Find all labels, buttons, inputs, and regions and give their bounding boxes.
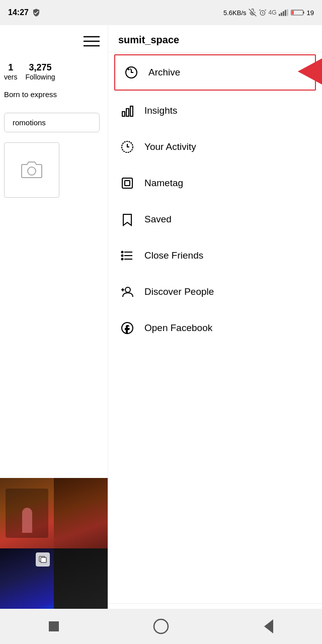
bookmark-icon (120, 212, 134, 226)
svg-rect-23 (122, 178, 132, 188)
hamburger-area (0, 25, 108, 57)
drawer-username: sumit_space (118, 34, 179, 45)
followers-label: vers (4, 73, 17, 81)
menu-item-open-facebook[interactable]: Open Facebook (108, 310, 322, 346)
photo-row-top (0, 478, 108, 548)
facebook-icon-container (118, 319, 136, 337)
menu-item-discover-people[interactable]: Discover People (108, 274, 322, 310)
add-person-icon (120, 285, 134, 299)
back-icon (263, 619, 273, 633)
svg-rect-5 (285, 10, 286, 16)
menu-item-saved[interactable]: Saved (108, 201, 322, 237)
menu-item-nametag[interactable]: Nametag (108, 165, 322, 201)
svg-rect-6 (287, 9, 288, 16)
photo-cell-2 (54, 478, 108, 548)
svg-point-13 (28, 167, 36, 175)
status-time: 14:27 (8, 8, 41, 17)
menu-label-saved: Saved (144, 214, 172, 225)
svg-point-31 (125, 287, 130, 292)
battery-icon (291, 9, 305, 17)
photo-grid (0, 478, 108, 619)
svg-rect-8 (303, 12, 304, 14)
photo-cell-4 (54, 548, 108, 619)
bottom-navigation (0, 609, 322, 644)
followers-count: 1 (8, 62, 13, 73)
nav-home-button[interactable] (146, 611, 176, 641)
followers-stat: 1 vers (4, 62, 17, 81)
svg-rect-15 (41, 557, 46, 562)
bio-text: Born to express (0, 86, 108, 103)
hamburger-icon[interactable] (84, 35, 100, 47)
menu-label-close-friends: Close Friends (144, 250, 203, 261)
bar-chart-icon (120, 104, 134, 118)
svg-rect-19 (122, 112, 125, 116)
nav-recents-button[interactable] (39, 611, 69, 641)
svg-marker-38 (264, 619, 273, 633)
svg-rect-9 (291, 11, 293, 15)
archive-icon (124, 65, 138, 79)
profile-panel: 1 vers 3,275 Following Born to express r… (0, 25, 108, 619)
nav-back-button[interactable] (253, 611, 283, 641)
shield-icon (32, 8, 41, 17)
discover-people-icon-container (118, 283, 136, 301)
menu-label-your-activity: Your Activity (144, 141, 196, 152)
battery-percent: 19 (307, 9, 314, 17)
archive-icon-container (122, 63, 140, 82)
facebook-icon (120, 321, 134, 335)
menu-label-insights: Insights (144, 105, 177, 116)
activity-clock-icon (120, 140, 134, 154)
svg-point-29 (122, 255, 123, 257)
profile-stats: 1 vers 3,275 Following (0, 57, 108, 86)
svg-rect-4 (283, 11, 284, 16)
nametag-icon (120, 176, 134, 190)
mute-icon (249, 9, 257, 17)
your-activity-icon-container (118, 138, 136, 156)
svg-rect-21 (130, 106, 133, 116)
svg-point-28 (122, 252, 123, 253)
main-layout: 1 vers 3,275 Following Born to express r… (0, 25, 322, 644)
svg-point-37 (154, 619, 168, 633)
svg-rect-36 (49, 621, 59, 631)
recents-icon (47, 619, 61, 633)
menu-list: Archive Insights (108, 52, 322, 603)
alarm-icon (259, 9, 267, 17)
time-display: 14:27 (8, 8, 29, 17)
menu-item-close-friends[interactable]: Close Friends (108, 237, 322, 274)
photo-cell-3 (0, 548, 54, 619)
nametag-icon-container (118, 174, 136, 192)
red-arrow (293, 58, 322, 87)
saved-icon-container (118, 210, 136, 228)
photo-cell-1 (0, 478, 54, 548)
following-stat: 3,275 Following (25, 62, 55, 81)
menu-label-archive: Archive (148, 67, 180, 78)
home-circle-icon (153, 618, 169, 634)
photo-row-bottom (0, 548, 108, 619)
following-count: 3,275 (29, 62, 52, 73)
right-drawer: sumit_space Archive (108, 25, 322, 644)
svg-rect-20 (126, 109, 129, 116)
menu-label-open-facebook: Open Facebook (144, 323, 212, 334)
drawer-header: sumit_space (108, 25, 322, 52)
menu-item-your-activity[interactable]: Your Activity (108, 129, 322, 165)
photo-placeholder (4, 142, 59, 198)
menu-item-archive[interactable]: Archive (114, 54, 316, 91)
svg-point-30 (122, 259, 123, 260)
svg-rect-24 (125, 181, 130, 186)
promotions-button[interactable]: romotions (4, 113, 100, 132)
copy-icon (39, 556, 47, 563)
network-speed: 5.6KB/s (223, 9, 247, 17)
svg-rect-2 (279, 14, 280, 16)
camera-icon (20, 159, 44, 181)
svg-rect-3 (281, 13, 282, 16)
menu-item-insights[interactable]: Insights (108, 93, 322, 129)
following-label: Following (25, 73, 55, 81)
signal-icon (279, 9, 289, 17)
status-bar: 14:27 5.6KB/s 4G 19 (0, 0, 322, 25)
close-friends-icon (120, 249, 134, 263)
svg-marker-18 (298, 62, 317, 80)
insights-icon-container (118, 102, 136, 120)
menu-label-nametag: Nametag (144, 178, 183, 189)
red-arrow-svg (293, 58, 322, 85)
menu-label-discover-people: Discover People (144, 286, 214, 297)
photo-overlay-icon (36, 552, 50, 567)
